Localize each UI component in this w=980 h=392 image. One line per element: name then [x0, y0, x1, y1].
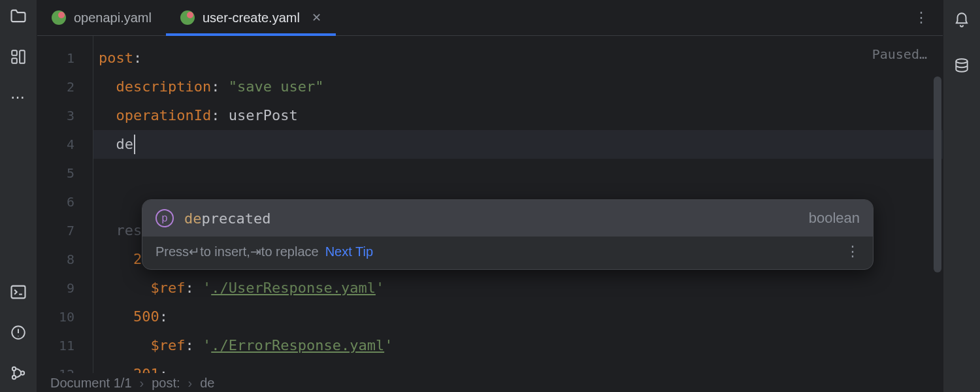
- tab-bar: openapi.yaml user-create.yaml ✕ ⋮: [37, 0, 943, 36]
- svg-rect-2: [20, 50, 25, 63]
- code-line[interactable]: 500:: [93, 302, 943, 331]
- structure-icon[interactable]: [8, 47, 28, 67]
- openapi-file-icon: [52, 10, 66, 25]
- line-number: 4: [37, 130, 93, 159]
- editor-area: openapi.yaml user-create.yaml ✕ ⋮ 123456…: [37, 0, 943, 392]
- problems-icon[interactable]: [8, 323, 28, 342]
- property-icon: p: [155, 209, 174, 227]
- folder-icon[interactable]: [8, 7, 28, 26]
- tab-openapi[interactable]: openapi.yaml: [37, 0, 166, 35]
- suggestion-match: de: [184, 210, 202, 227]
- line-number: 1: [37, 44, 93, 73]
- enter-key-icon: ↵: [189, 244, 200, 259]
- breadcrumb-doc[interactable]: Document 1/1: [50, 376, 132, 391]
- suggestion-rest: precated: [202, 210, 271, 227]
- line-number: 5: [37, 159, 93, 188]
- next-tip-link[interactable]: Next Tip: [325, 244, 373, 259]
- svg-rect-0: [12, 50, 17, 56]
- code-line[interactable]: description: "save user": [93, 73, 943, 101]
- svg-rect-3: [12, 286, 25, 299]
- vertical-scrollbar[interactable]: [932, 36, 941, 373]
- tab-label: user-create.yaml: [203, 10, 300, 25]
- code-line[interactable]: $ref: './UserResponse.yaml': [93, 274, 943, 302]
- code-line[interactable]: $ref: './ErrorResponse.yaml': [93, 331, 943, 360]
- suggest-menu-icon[interactable]: ⋮: [845, 243, 860, 260]
- bell-icon[interactable]: [952, 10, 972, 30]
- line-number: 7: [37, 216, 93, 245]
- line-number: 10: [37, 302, 93, 331]
- code-line[interactable]: [93, 159, 943, 188]
- line-number: 6: [37, 188, 93, 216]
- suggestion-type: boolean: [809, 210, 860, 227]
- tab-label: openapi.yaml: [74, 10, 152, 25]
- breadcrumb-node[interactable]: post:: [152, 376, 180, 391]
- scroll-thumb[interactable]: [934, 76, 941, 272]
- right-tool-rail: [943, 0, 980, 392]
- code-editor[interactable]: 123456789101112 Paused… post: descriptio…: [37, 36, 943, 373]
- code-line[interactable]: de: [93, 130, 943, 159]
- chevron-right-icon: ›: [140, 376, 144, 391]
- paused-status: Paused…: [872, 46, 927, 62]
- chevron-right-icon: ›: [188, 376, 193, 391]
- code-line[interactable]: operationId: userPost: [93, 101, 943, 130]
- close-icon[interactable]: ✕: [312, 10, 321, 25]
- autocomplete-popup: p deprecated boolean Press ↵ to insert, …: [142, 199, 874, 270]
- svg-point-8: [956, 59, 967, 63]
- database-icon[interactable]: [952, 56, 972, 76]
- suggestion-hint: Press ↵ to insert, ⇥ to replace Next Tip…: [142, 237, 873, 269]
- text-caret: [134, 135, 135, 154]
- line-number: 12: [37, 360, 93, 373]
- svg-point-5: [12, 367, 16, 370]
- svg-point-6: [12, 376, 16, 379]
- line-number: 9: [37, 274, 93, 302]
- line-number: 2: [37, 73, 93, 101]
- vcs-icon[interactable]: [8, 363, 28, 383]
- suggestion-item[interactable]: p deprecated boolean: [142, 200, 873, 237]
- left-tool-rail: ⋯: [0, 0, 37, 392]
- line-number-gutter: 123456789101112: [37, 36, 93, 373]
- svg-rect-1: [12, 58, 17, 63]
- tab-user-create[interactable]: user-create.yaml ✕: [166, 0, 336, 35]
- tabs-overflow-icon[interactable]: ⋮: [901, 0, 943, 35]
- tab-key-icon: ⇥: [250, 244, 261, 259]
- openapi-file-icon: [180, 10, 195, 25]
- breadcrumb: Document 1/1 › post: › de: [37, 373, 943, 392]
- line-number: 3: [37, 101, 93, 130]
- code-line[interactable]: post:: [93, 44, 943, 73]
- more-icon[interactable]: ⋯: [8, 88, 28, 107]
- terminal-icon[interactable]: [8, 282, 28, 302]
- line-number: 8: [37, 245, 93, 274]
- breadcrumb-node[interactable]: de: [200, 376, 214, 391]
- code-line[interactable]: 201:: [93, 360, 943, 373]
- line-number: 11: [37, 331, 93, 360]
